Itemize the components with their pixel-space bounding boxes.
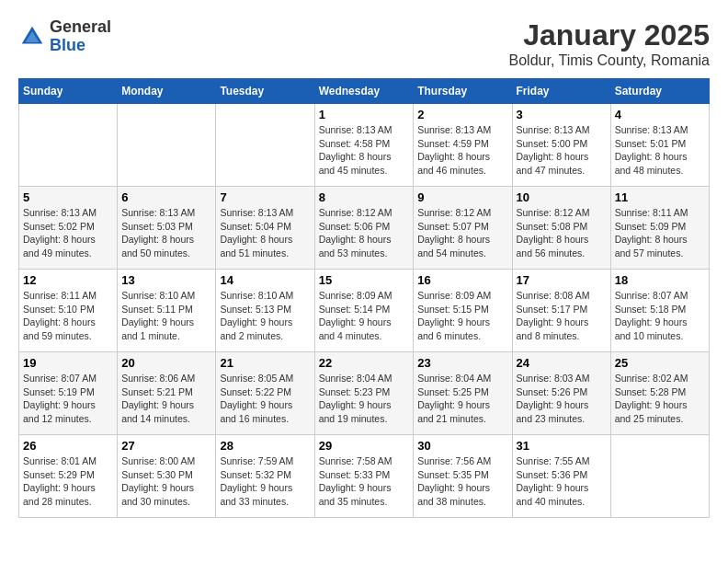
calendar-day-cell: 21Sunrise: 8:05 AM Sunset: 5:22 PM Dayli… [216,352,314,435]
calendar-day-cell: 30Sunrise: 7:56 AM Sunset: 5:35 PM Dayli… [414,435,512,518]
day-number: 30 [417,439,507,453]
day-info: Sunrise: 8:09 AM Sunset: 5:15 PM Dayligh… [417,289,507,343]
day-number: 20 [121,356,211,370]
calendar-table: SundayMondayTuesdayWednesdayThursdayFrid… [18,78,710,518]
calendar-day-cell: 8Sunrise: 8:12 AM Sunset: 5:06 PM Daylig… [314,187,414,270]
day-number: 31 [517,439,607,453]
calendar-week-row: 12Sunrise: 8:11 AM Sunset: 5:10 PM Dayli… [19,270,710,352]
day-info: Sunrise: 8:09 AM Sunset: 5:14 PM Dayligh… [319,289,410,343]
day-info: Sunrise: 8:13 AM Sunset: 4:59 PM Dayligh… [417,123,507,178]
calendar-day-cell: 17Sunrise: 8:08 AM Sunset: 5:17 PM Dayli… [512,270,610,352]
calendar-day-cell: 26Sunrise: 8:01 AM Sunset: 5:29 PM Dayli… [19,435,118,518]
day-info: Sunrise: 7:55 AM Sunset: 5:36 PM Dayligh… [517,454,607,509]
calendar-day-cell: 27Sunrise: 8:00 AM Sunset: 5:30 PM Dayli… [118,435,216,518]
logo-text: General Blue [50,18,111,55]
day-info: Sunrise: 8:04 AM Sunset: 5:25 PM Dayligh… [417,372,507,426]
title-block: January 2025 Boldur, Timis County, Roman… [509,18,710,69]
day-number: 12 [23,273,113,287]
day-info: Sunrise: 8:04 AM Sunset: 5:23 PM Dayligh… [319,372,410,426]
day-info: Sunrise: 8:07 AM Sunset: 5:19 PM Dayligh… [23,372,113,426]
day-number: 13 [121,273,211,287]
calendar-day-cell: 28Sunrise: 7:59 AM Sunset: 5:32 PM Dayli… [216,435,314,518]
day-of-week-header: Wednesday [314,79,414,104]
day-of-week-header: Friday [512,79,610,104]
calendar-day-cell [216,104,314,187]
day-info: Sunrise: 8:12 AM Sunset: 5:06 PM Dayligh… [319,206,410,260]
calendar-day-cell: 10Sunrise: 8:12 AM Sunset: 5:08 PM Dayli… [512,187,610,270]
calendar-week-row: 19Sunrise: 8:07 AM Sunset: 5:19 PM Dayli… [19,352,710,435]
logo-general: General [50,17,111,36]
day-number: 25 [615,356,705,370]
calendar-day-cell [610,435,709,518]
day-info: Sunrise: 8:13 AM Sunset: 5:00 PM Dayligh… [517,123,607,178]
day-info: Sunrise: 8:13 AM Sunset: 5:04 PM Dayligh… [220,206,310,260]
day-number: 8 [319,190,410,204]
calendar-day-cell: 2Sunrise: 8:13 AM Sunset: 4:59 PM Daylig… [414,104,512,187]
calendar-week-row: 1Sunrise: 8:13 AM Sunset: 4:58 PM Daylig… [19,104,710,187]
day-of-week-header: Tuesday [216,79,314,104]
day-of-week-header: Saturday [610,79,709,104]
month-title: January 2025 [509,18,710,52]
calendar-day-cell: 19Sunrise: 8:07 AM Sunset: 5:19 PM Dayli… [19,352,118,435]
calendar-day-cell: 22Sunrise: 8:04 AM Sunset: 5:23 PM Dayli… [314,352,414,435]
day-info: Sunrise: 8:12 AM Sunset: 5:08 PM Dayligh… [517,206,607,260]
day-info: Sunrise: 8:02 AM Sunset: 5:28 PM Dayligh… [615,372,705,426]
day-info: Sunrise: 8:13 AM Sunset: 5:02 PM Dayligh… [23,206,113,260]
calendar-day-cell: 23Sunrise: 8:04 AM Sunset: 5:25 PM Dayli… [414,352,512,435]
calendar-day-cell: 29Sunrise: 7:58 AM Sunset: 5:33 PM Dayli… [314,435,414,518]
day-number: 19 [23,356,113,370]
day-number: 26 [23,439,113,453]
day-info: Sunrise: 8:12 AM Sunset: 5:07 PM Dayligh… [417,206,507,260]
day-number: 4 [615,108,705,121]
calendar-day-cell: 15Sunrise: 8:09 AM Sunset: 5:14 PM Dayli… [314,270,414,352]
day-number: 28 [220,439,310,453]
calendar-day-cell: 9Sunrise: 8:12 AM Sunset: 5:07 PM Daylig… [414,187,512,270]
logo-icon [18,23,46,51]
day-number: 16 [417,273,507,287]
page-header: General Blue January 2025 Boldur, Timis … [18,18,710,69]
day-number: 18 [615,273,705,287]
calendar-day-cell: 31Sunrise: 7:55 AM Sunset: 5:36 PM Dayli… [512,435,610,518]
day-info: Sunrise: 8:07 AM Sunset: 5:18 PM Dayligh… [615,289,705,343]
day-number: 24 [517,356,607,370]
calendar-day-cell: 25Sunrise: 8:02 AM Sunset: 5:28 PM Dayli… [610,352,709,435]
day-info: Sunrise: 8:13 AM Sunset: 4:58 PM Dayligh… [319,123,410,178]
day-number: 11 [615,190,705,204]
calendar-header: SundayMondayTuesdayWednesdayThursdayFrid… [19,79,710,104]
day-number: 10 [517,190,607,204]
calendar-day-cell: 13Sunrise: 8:10 AM Sunset: 5:11 PM Dayli… [118,270,216,352]
calendar-day-cell: 18Sunrise: 8:07 AM Sunset: 5:18 PM Dayli… [610,270,709,352]
day-of-week-header: Thursday [414,79,512,104]
day-info: Sunrise: 8:03 AM Sunset: 5:26 PM Dayligh… [517,372,607,426]
day-info: Sunrise: 7:58 AM Sunset: 5:33 PM Dayligh… [319,454,410,509]
logo-blue: Blue [50,36,85,54]
day-number: 27 [121,439,211,453]
day-info: Sunrise: 8:10 AM Sunset: 5:11 PM Dayligh… [121,289,211,343]
logo: General Blue [18,18,111,55]
calendar-day-cell: 11Sunrise: 8:11 AM Sunset: 5:09 PM Dayli… [610,187,709,270]
day-number: 29 [319,439,410,453]
day-number: 22 [319,356,410,370]
day-info: Sunrise: 8:01 AM Sunset: 5:29 PM Dayligh… [23,454,113,509]
calendar-day-cell: 1Sunrise: 8:13 AM Sunset: 4:58 PM Daylig… [314,104,414,187]
day-number: 17 [517,273,607,287]
calendar-day-cell: 16Sunrise: 8:09 AM Sunset: 5:15 PM Dayli… [414,270,512,352]
day-number: 21 [220,356,310,370]
calendar-day-cell [118,104,216,187]
day-number: 2 [417,108,507,121]
day-info: Sunrise: 8:05 AM Sunset: 5:22 PM Dayligh… [220,372,310,426]
calendar-day-cell: 20Sunrise: 8:06 AM Sunset: 5:21 PM Dayli… [118,352,216,435]
location-title: Boldur, Timis County, Romania [509,52,710,69]
day-number: 3 [517,108,607,121]
day-info: Sunrise: 8:11 AM Sunset: 5:09 PM Dayligh… [615,206,705,260]
day-number: 14 [220,273,310,287]
day-number: 5 [23,190,113,204]
day-number: 6 [121,190,211,204]
day-of-week-header: Monday [118,79,216,104]
day-info: Sunrise: 7:59 AM Sunset: 5:32 PM Dayligh… [220,454,310,509]
calendar-week-row: 26Sunrise: 8:01 AM Sunset: 5:29 PM Dayli… [19,435,710,518]
day-info: Sunrise: 8:06 AM Sunset: 5:21 PM Dayligh… [121,372,211,426]
calendar-day-cell: 3Sunrise: 8:13 AM Sunset: 5:00 PM Daylig… [512,104,610,187]
calendar-day-cell [19,104,118,187]
day-of-week-header: Sunday [19,79,118,104]
